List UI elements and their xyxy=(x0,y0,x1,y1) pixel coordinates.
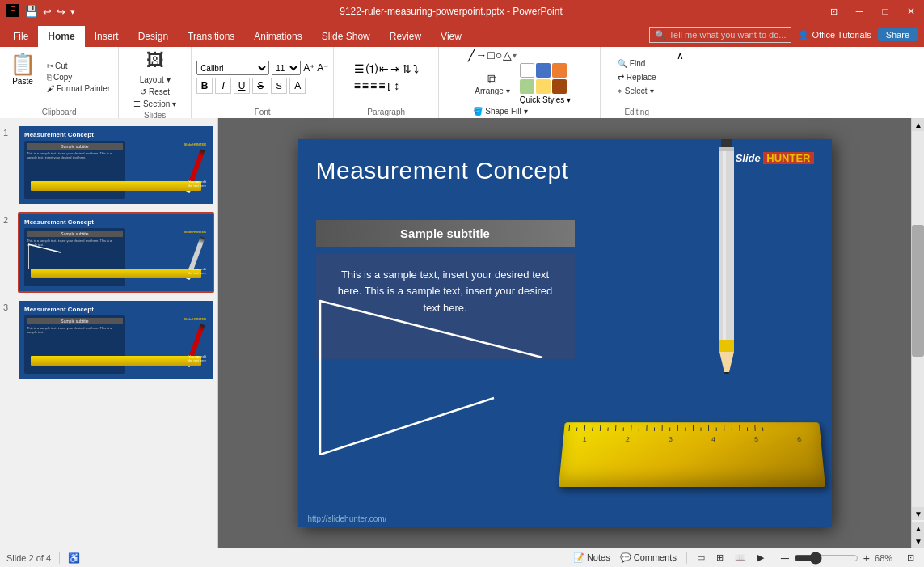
new-slide-btn[interactable]: 🖼 xyxy=(143,49,167,73)
zoom-slider[interactable] xyxy=(794,552,859,565)
tri-shape[interactable]: △ xyxy=(503,49,512,61)
shadow-btn[interactable]: S xyxy=(271,78,287,94)
qs-item-3[interactable] xyxy=(552,63,567,78)
slide-canvas[interactable]: Measurement Concept Slide HUNTER Sample … xyxy=(298,139,832,527)
share-btn[interactable]: Share xyxy=(878,28,918,41)
close-btn[interactable]: ✕ xyxy=(898,0,924,23)
format-painter-btn[interactable]: 🖌 Format Painter xyxy=(44,83,113,94)
tab-review[interactable]: Review xyxy=(380,26,431,47)
zoom-in-btn[interactable]: + xyxy=(863,552,870,565)
font-size-select[interactable]: 11 xyxy=(272,61,301,75)
collapse-ribbon-btn[interactable]: ∧ xyxy=(673,47,687,118)
tab-animations[interactable]: Animations xyxy=(244,26,311,47)
copy-label: Copy xyxy=(53,73,72,82)
slide-sorter-btn[interactable]: ⊞ xyxy=(713,552,727,564)
select-btn[interactable]: ⌖ Select ▾ xyxy=(613,86,661,97)
minimize-btn[interactable]: ─ xyxy=(846,0,872,23)
align-right[interactable]: ≡ xyxy=(370,79,377,92)
reset-btn[interactable]: ↺ Reset xyxy=(137,87,173,97)
indent-less[interactable]: ⇤ xyxy=(379,62,389,77)
font-size-up[interactable]: A⁺ xyxy=(303,62,314,74)
slide-item-1[interactable]: 1 Measurement Concept Sample subtitle Th… xyxy=(3,125,214,205)
slide-thumb-2[interactable]: Measurement Concept Sample subtitle This… xyxy=(18,212,214,293)
scroll-down-btn[interactable]: ▼ xyxy=(912,507,924,520)
scroll-up-btn[interactable]: ▲ xyxy=(912,118,924,131)
more-shapes[interactable]: ▾ xyxy=(513,51,517,60)
arrow-shape[interactable]: → xyxy=(475,49,487,61)
comments-btn[interactable]: 💬 Comments xyxy=(617,552,680,564)
qs-item-6[interactable] xyxy=(552,79,567,94)
scroll-thumb[interactable] xyxy=(912,225,924,357)
fit-slide-btn[interactable]: ⊡ xyxy=(904,552,918,564)
align-center[interactable]: ≡ xyxy=(362,79,369,92)
indent-more[interactable]: ⇥ xyxy=(390,62,400,77)
zoom-out-btn[interactable]: ─ xyxy=(781,552,789,565)
quick-styles-more[interactable]: Quick Styles ▾ xyxy=(520,95,571,104)
qs-item-1[interactable] xyxy=(520,63,534,78)
line-shape[interactable]: ╱ xyxy=(468,49,475,61)
undo-btn[interactable]: ↩ xyxy=(43,6,52,18)
tab-insert[interactable]: Insert xyxy=(85,26,129,47)
reading-view-btn[interactable]: 📖 xyxy=(732,552,749,564)
editing-label: Editing xyxy=(624,108,649,116)
qs-item-4[interactable] xyxy=(520,79,534,94)
slide-item-3[interactable]: 3 Measurement Concept Sample subtitle Th… xyxy=(3,299,214,380)
notes-btn[interactable]: 📝 Notes xyxy=(570,552,614,564)
redo-btn[interactable]: ↪ xyxy=(57,6,65,18)
replace-btn[interactable]: ⇄ Replace xyxy=(613,72,661,83)
find-btn[interactable]: 🔍 Find xyxy=(613,58,661,69)
save-btn[interactable]: 💾 xyxy=(24,5,38,18)
slide3-body: This is a sample text, insert your desir… xyxy=(27,326,123,334)
underline-btn[interactable]: U xyxy=(234,78,250,94)
tab-file[interactable]: File xyxy=(3,26,38,47)
strikethrough-btn[interactable]: S xyxy=(252,78,268,94)
justify[interactable]: ≡ xyxy=(378,79,385,92)
slide-body-box[interactable]: This is a sample text, insert your desir… xyxy=(316,254,575,359)
slide-item-2[interactable]: 2 Measurement Concept Sample subtitle Th… xyxy=(3,212,214,293)
tab-home[interactable]: Home xyxy=(38,26,84,47)
rect-shape[interactable]: □ xyxy=(487,49,494,61)
font-size-down[interactable]: A⁻ xyxy=(317,62,328,74)
tab-transitions[interactable]: Transitions xyxy=(178,26,244,47)
scroll-zoom-down[interactable]: ▼ xyxy=(912,535,924,548)
convert-btn[interactable]: ⤵ xyxy=(413,62,419,77)
arrange-btn[interactable]: ⧉ Arrange ▾ xyxy=(468,69,516,99)
cut-btn[interactable]: ✂ Cut xyxy=(44,61,113,71)
text-dir-btn[interactable]: ⇅ xyxy=(402,62,411,77)
copy-btn[interactable]: ⎘ Copy xyxy=(44,72,113,83)
bullets-btn[interactable]: ☰ xyxy=(354,62,365,77)
font-color-btn[interactable]: A xyxy=(289,78,306,94)
tab-design[interactable]: Design xyxy=(129,26,178,47)
spacing-btn[interactable]: ↕ xyxy=(394,79,399,92)
slide-thumb-inner-3: Measurement Concept Sample subtitle This… xyxy=(19,301,213,379)
italic-btn[interactable]: I xyxy=(215,78,231,94)
slide-thumb-3[interactable]: Measurement Concept Sample subtitle This… xyxy=(18,299,214,380)
tab-slideshow[interactable]: Slide Show xyxy=(312,26,380,47)
bold-btn[interactable]: B xyxy=(196,78,213,94)
slide-scroll-container[interactable]: Measurement Concept Slide HUNTER Sample … xyxy=(218,118,911,548)
office-tutorials-btn[interactable]: 👤 Office Tutorials xyxy=(798,30,871,40)
normal-view-btn[interactable]: ▭ xyxy=(694,552,708,564)
customize-btn[interactable]: ▾ xyxy=(70,6,75,17)
slide-subtitle-box[interactable]: Sample subtitle xyxy=(316,220,575,247)
slide2-title: Measurement Concept xyxy=(24,218,208,226)
cols-btn[interactable]: ⫿ xyxy=(386,79,392,92)
qs-item-2[interactable] xyxy=(536,63,551,78)
numbering-btn[interactable]: ⑴ xyxy=(366,62,378,77)
font-family-select[interactable]: Calibri xyxy=(196,61,269,75)
align-left[interactable]: ≡ xyxy=(354,79,361,92)
section-btn[interactable]: ☰ Section ▾ xyxy=(130,99,179,109)
help-search-box[interactable]: 🔍 Tell me what you want to do... xyxy=(649,27,792,43)
restore-btn[interactable]: ⊡ xyxy=(821,0,846,23)
shape-fill-btn[interactable]: 🪣 Shape Fill ▾ xyxy=(468,106,571,116)
qs-item-5[interactable] xyxy=(536,79,551,94)
oval-shape[interactable]: ○ xyxy=(496,49,502,61)
layout-btn[interactable]: Layout ▾ xyxy=(137,74,174,85)
paste-btn[interactable]: 📋 Paste xyxy=(5,49,40,106)
maximize-btn[interactable]: □ xyxy=(872,0,898,23)
slide-thumb-1[interactable]: Measurement Concept Sample subtitle This… xyxy=(18,125,214,205)
tab-view[interactable]: View xyxy=(431,26,471,47)
slideshow-btn[interactable]: ▶ xyxy=(754,552,767,564)
vertical-scrollbar[interactable]: ▲ ▼ ▲ ▼ xyxy=(911,118,924,548)
scroll-zoom-up[interactable]: ▲ xyxy=(912,522,924,535)
